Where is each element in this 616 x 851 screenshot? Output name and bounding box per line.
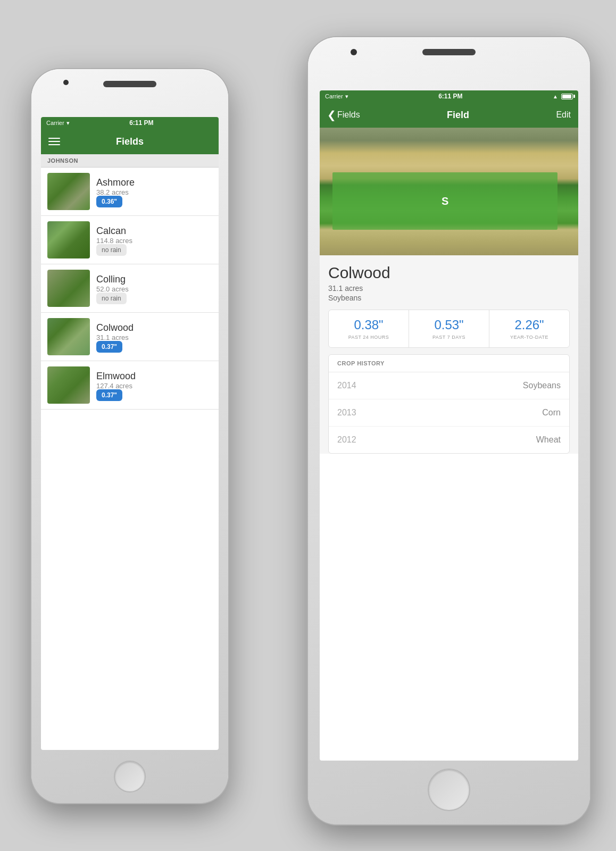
edit-button[interactable]: Edit: [556, 110, 571, 120]
front-nav-bar: ❮ Fields Field Edit: [320, 102, 578, 128]
front-carrier: Carrier: [325, 93, 343, 99]
battery-icon: [561, 94, 573, 99]
back-status-bar: Carrier ▾ 6:11 PM: [41, 117, 219, 129]
map-background: S: [320, 128, 578, 255]
back-label: Fields: [337, 110, 360, 120]
phone-back: Carrier ▾ 6:11 PM Fields JOHNSON: [31, 69, 228, 803]
front-home-button[interactable]: [428, 769, 470, 811]
crop-year-2013: 2013: [337, 408, 356, 418]
field-acres: 127.4 acres: [96, 382, 212, 390]
section-header: JOHNSON: [41, 154, 219, 168]
field-name: Calcan: [96, 226, 212, 237]
rain-stat-7d: 0.53" PAST 7 DAYS: [409, 310, 489, 347]
front-nav-title: Field: [447, 110, 469, 121]
no-rain-badge: no rain: [96, 293, 127, 304]
field-info-elmwood: Elmwood 127.4 acres 0.37": [96, 371, 212, 399]
field-info-ashmore: Ashmore 38.2 acres 0.36": [96, 177, 212, 206]
front-status-bar: Carrier ▾ 6:11 PM ▲: [320, 90, 578, 102]
field-info-colwood: Colwood 31.1 acres 0.37": [96, 322, 212, 351]
back-carrier: Carrier: [46, 120, 64, 126]
crop-year-2012: 2012: [337, 435, 356, 445]
rain-badge: 0.37": [96, 389, 122, 401]
field-thumbnail-colling: [47, 270, 90, 307]
crop-history-row-2014: 2014 Soybeans: [329, 372, 569, 399]
rain-label-7d: PAST 7 DAYS: [414, 335, 484, 340]
rain-value-7d: 0.53": [414, 318, 484, 332]
field-info-calcan: Calcan 114.8 acres no rain: [96, 226, 212, 254]
field-thumbnail-colwood: [47, 318, 90, 355]
crop-history-section: CROP HISTORY 2014 Soybeans 2013 Corn 201…: [328, 354, 570, 454]
list-item[interactable]: Colling 52.0 acres no rain: [41, 264, 219, 313]
list-item[interactable]: Colwood 31.1 acres 0.37": [41, 313, 219, 361]
front-time: 6:11 PM: [438, 93, 462, 100]
back-camera: [63, 80, 69, 85]
rain-value-ytd: 2.26": [495, 318, 564, 332]
field-name: Elmwood: [96, 371, 212, 382]
rain-value-24h: 0.38": [334, 318, 403, 332]
field-info-colling: Colling 52.0 acres no rain: [96, 274, 212, 303]
rain-label-24h: PAST 24 HOURS: [334, 335, 403, 340]
field-detail-body: Colwood 31.1 acres Soybeans 0.38" PAST 2…: [320, 255, 578, 454]
field-name: Ashmore: [96, 177, 212, 188]
phone-front: Carrier ▾ 6:11 PM ▲ ❮ Fields Field: [308, 37, 590, 824]
field-name: Colwood: [96, 322, 212, 333]
back-button[interactable]: ❮ Fields: [327, 109, 360, 121]
no-rain-badge: no rain: [96, 244, 127, 256]
rain-stat-ytd: 2.26" YEAR-TO-DATE: [489, 310, 569, 347]
field-detail-acres: 31.1 acres: [328, 284, 570, 293]
front-screen: Carrier ▾ 6:11 PM ▲ ❮ Fields Field: [320, 90, 578, 761]
back-speaker: [103, 81, 156, 87]
field-thumbnail-elmwood: [47, 366, 90, 404]
crop-name-wheat: Wheat: [536, 435, 561, 445]
rain-label-ytd: YEAR-TO-DATE: [495, 335, 564, 340]
crop-name-soybeans: Soybeans: [523, 381, 561, 390]
field-map-label: S: [442, 195, 448, 207]
crop-history-header: CROP HISTORY: [329, 355, 569, 372]
front-speaker: [422, 49, 476, 55]
front-wifi-icon: ▾: [345, 93, 348, 100]
back-nav-bar: Fields: [41, 129, 219, 154]
field-detail-crop: Soybeans: [328, 294, 570, 302]
list-item[interactable]: Ashmore 38.2 acres 0.36": [41, 168, 219, 216]
rain-stat-24h: 0.38" PAST 24 HOURS: [329, 310, 409, 347]
field-thumbnail-ashmore: [47, 173, 90, 210]
front-camera: [351, 49, 357, 55]
chevron-left-icon: ❮: [327, 109, 336, 121]
field-name: Colling: [96, 274, 212, 285]
back-time: 6:11 PM: [129, 119, 153, 127]
back-wifi-icon: ▾: [66, 120, 70, 127]
field-overlay: S: [332, 172, 557, 230]
field-acres: 114.8 acres: [96, 237, 212, 245]
list-item[interactable]: Elmwood 127.4 acres 0.37": [41, 361, 219, 410]
location-icon: ▲: [553, 94, 558, 99]
rain-badge: 0.36": [96, 196, 122, 207]
field-acres: 31.1 acres: [96, 333, 212, 341]
back-screen: Carrier ▾ 6:11 PM Fields JOHNSON: [41, 117, 219, 750]
hamburger-menu[interactable]: [48, 138, 60, 145]
crop-history-row-2012: 2012 Wheat: [329, 427, 569, 453]
field-acres: 52.0 acres: [96, 285, 212, 293]
field-detail-name: Colwood: [328, 264, 570, 282]
field-map: S: [320, 128, 578, 255]
back-nav-title: Fields: [116, 136, 144, 147]
crop-name-corn: Corn: [542, 408, 561, 418]
crop-history-row-2013: 2013 Corn: [329, 399, 569, 427]
back-home-button[interactable]: [114, 761, 146, 792]
field-acres: 38.2 acres: [96, 188, 212, 196]
rain-stats-container: 0.38" PAST 24 HOURS 0.53" PAST 7 DAYS 2.…: [328, 310, 570, 348]
list-item[interactable]: Calcan 114.8 acres no rain: [41, 216, 219, 264]
rain-badge: 0.37": [96, 341, 122, 353]
field-thumbnail-calcan: [47, 221, 90, 258]
crop-year-2014: 2014: [337, 381, 356, 390]
